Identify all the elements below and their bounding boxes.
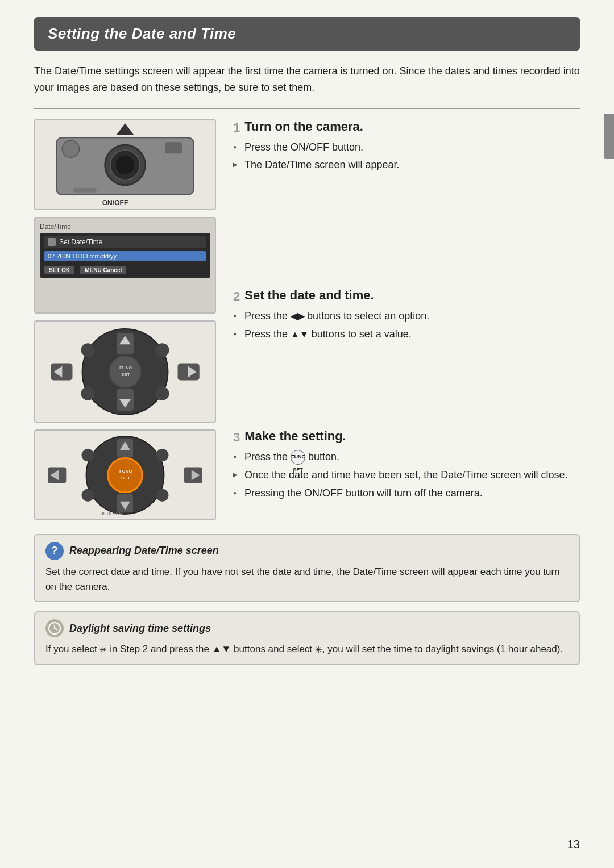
step-3-number: 3 xyxy=(233,430,240,445)
svg-text:FUNC: FUNC xyxy=(119,365,132,370)
svg-text:● press: ● press xyxy=(101,510,122,516)
svg-point-37 xyxy=(82,449,94,461)
svg-rect-8 xyxy=(73,187,96,192)
left-right-arrows: ◀▶ xyxy=(291,311,304,321)
steps-column: 1 Turn on the camera. Press the ON/OFF b… xyxy=(233,119,580,520)
dt-title-row: Set Date/Time xyxy=(44,236,206,248)
page-number: 13 xyxy=(567,838,580,851)
dpad-image: FUNC SET xyxy=(34,320,216,423)
step-1-bullets: Press the ON/OFF button. The Date/Time s… xyxy=(233,140,580,174)
tip-daylight-body: If you select ✳ in Step 2 and press the … xyxy=(45,642,569,657)
svg-point-23 xyxy=(81,386,95,400)
datetime-screen-image: Date/Time Set Date/Time 02 2009 10:00 mm… xyxy=(34,217,216,314)
step-2-title: Set the date and time. xyxy=(244,288,374,303)
calendar-icon xyxy=(48,238,56,246)
page-title: Setting the Date and Time xyxy=(34,17,580,51)
svg-text:ON/OFF: ON/OFF xyxy=(102,199,128,207)
tip-reappearing-header: ? Reappearing Date/Time screen xyxy=(45,542,569,560)
svg-point-22 xyxy=(155,343,169,357)
tip-daylight-title: Daylight saving time settings xyxy=(69,623,211,635)
dt-label: Date/Time xyxy=(40,223,71,231)
step-2-header: 2 Set the date and time. xyxy=(233,288,580,303)
tip-daylight-header: Daylight saving time settings xyxy=(45,619,569,637)
step-3-bullet-1: Press the FUNCSET button. xyxy=(233,449,580,465)
step-3-title: Make the setting. xyxy=(244,429,346,444)
section-divider xyxy=(34,108,580,109)
svg-point-21 xyxy=(81,343,95,357)
dt-cancel-btn: MENU Cancel xyxy=(80,266,126,274)
step-1-number: 1 xyxy=(233,120,240,135)
step-3-bullet-2: Once the date and time have been set, th… xyxy=(233,468,580,483)
clock-icon xyxy=(45,619,64,637)
step-1-header: 1 Turn on the camera. xyxy=(233,119,580,134)
camera-onoff-image: ON/OFF xyxy=(34,119,216,210)
svg-point-7 xyxy=(62,140,79,157)
step-2-bullets: Press the ◀▶ buttons to select an option… xyxy=(233,308,580,343)
svg-point-3 xyxy=(116,156,134,174)
up-down-arrows: ▲▼ xyxy=(291,329,309,339)
svg-text:FUNC: FUNC xyxy=(119,469,132,474)
question-icon: ? xyxy=(45,542,64,560)
svg-point-39 xyxy=(82,489,94,501)
funcset-button-image: FUNC SET ● press xyxy=(34,429,216,520)
step-1-bullet-2: The Date/Time screen will appear. xyxy=(233,157,580,173)
step-3-bullet-3: Pressing the ON/OFF button will turn off… xyxy=(233,486,580,502)
tip-reappearing-title: Reappearing Date/Time screen xyxy=(69,545,219,557)
dt-buttons: SET OK MENU Cancel xyxy=(44,266,206,274)
tip-reappearing-body: Set the correct date and time. If you ha… xyxy=(45,565,569,595)
tip-reappearing: ? Reappearing Date/Time screen Set the c… xyxy=(34,534,580,603)
svg-rect-6 xyxy=(165,142,182,153)
step-3-header: 3 Make the setting. xyxy=(233,429,580,444)
dt-box: Set Date/Time 02 2009 10:00 mm/dd/yy SET… xyxy=(40,233,210,278)
step-3-block: 3 Make the setting. Press the FUNCSET bu… xyxy=(233,429,580,504)
step-2-bullet-1: Press the ◀▶ buttons to select an option… xyxy=(233,308,580,324)
svg-point-24 xyxy=(155,386,169,400)
step-2-block: 2 Set the date and time. Press the ◀▶ bu… xyxy=(233,288,580,345)
svg-point-40 xyxy=(156,489,168,501)
tip-daylight: Daylight saving time settings If you sel… xyxy=(34,611,580,665)
svg-marker-4 xyxy=(117,123,134,135)
step-1-block: 1 Turn on the camera. Press the ON/OFF b… xyxy=(233,119,580,176)
step-2-number: 2 xyxy=(233,289,240,304)
intro-paragraph: The Date/Time settings screen will appea… xyxy=(34,63,580,96)
content-grid: ON/OFF Date/Time Set Date/Time 02 2009 1… xyxy=(34,119,580,520)
step-3-bullets: Press the FUNCSET button. Once the date … xyxy=(233,449,580,502)
step-1-title: Turn on the camera. xyxy=(244,119,363,134)
svg-text:SET: SET xyxy=(121,372,130,377)
step-2-bullet-2: Press the ▲▼ buttons to set a value. xyxy=(233,327,580,343)
svg-text:SET: SET xyxy=(121,475,130,480)
step-1-bullet-1: Press the ON/OFF button. xyxy=(233,140,580,156)
dt-ok-btn: SET OK xyxy=(44,266,74,274)
edge-tab xyxy=(604,114,614,159)
images-column: ON/OFF Date/Time Set Date/Time 02 2009 1… xyxy=(34,119,216,520)
svg-point-38 xyxy=(156,449,168,461)
dt-value-row: 02 2009 10:00 mm/dd/yy xyxy=(44,251,206,261)
funcset-icon: FUNCSET xyxy=(291,450,305,465)
svg-point-45 xyxy=(54,628,56,629)
dt-title-text: Set Date/Time xyxy=(59,238,102,246)
